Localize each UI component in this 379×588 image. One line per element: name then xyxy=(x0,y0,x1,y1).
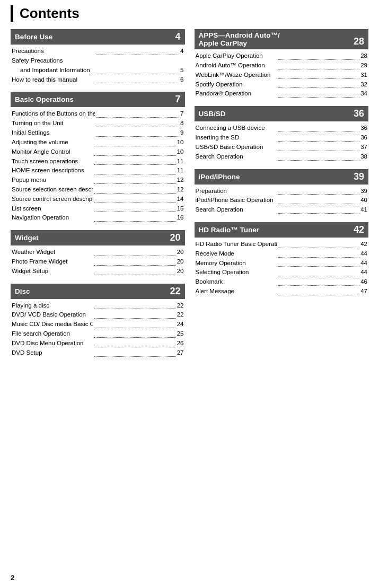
toc-entry: Photo Frame Widget 20 xyxy=(11,257,185,267)
entry-text: Precautions xyxy=(12,47,95,56)
two-column-layout: Before Use 4 Precautions 4 Safety Precau… xyxy=(11,29,368,365)
section-header-widget: Widget 20 xyxy=(11,230,185,245)
section-num-apps: 28 xyxy=(354,36,364,47)
dots xyxy=(278,204,359,204)
toc-entry: Playing a disc 22 xyxy=(11,301,185,311)
entry-text: Receive Mode xyxy=(196,249,277,259)
entry-text: Popup menu xyxy=(12,175,93,185)
entry-text: Search Operation xyxy=(196,205,277,215)
dots xyxy=(96,117,179,118)
toc-entry: Precautions 4 xyxy=(11,47,185,56)
section-header-hd-radio: HD Radio™ Tuner 42 xyxy=(195,222,369,238)
entry-text: Pandora® Operation xyxy=(196,89,277,99)
dots xyxy=(94,164,176,165)
section-num-basic-ops: 7 xyxy=(175,94,180,105)
dots xyxy=(96,127,179,127)
page-number: 2 xyxy=(11,574,14,582)
toc-entry: Selecting Operation 44 xyxy=(195,268,369,277)
entry-text: Selecting Operation xyxy=(196,268,277,277)
dots xyxy=(94,146,176,146)
entry-text: Search Operation xyxy=(196,152,277,162)
page-ref: 32 xyxy=(360,80,367,90)
dots xyxy=(278,59,359,60)
entry-text: Adjusting the volume xyxy=(12,138,93,147)
dots xyxy=(94,275,176,275)
page-ref: 26 xyxy=(177,339,184,348)
page-ref: 29 xyxy=(360,61,367,71)
entry-text: Inserting the SD xyxy=(196,133,277,143)
entry-text: List screen xyxy=(12,204,93,214)
page-ref: 31 xyxy=(360,71,367,80)
right-column: APPS—Android Auto™/Apple CarPlay 28 Appl… xyxy=(195,29,369,365)
toc-entry: List screen 15 xyxy=(11,204,185,214)
toc-entry: Memory Operation 44 xyxy=(195,259,369,268)
entry-text: Preparation xyxy=(196,187,277,196)
entry-text: DVD Setup xyxy=(12,348,93,358)
dots xyxy=(94,155,176,156)
section-label-before-use: Before Use xyxy=(15,33,52,41)
section-header-before-use: Before Use 4 xyxy=(11,29,185,45)
page-ref: 16 xyxy=(177,213,184,223)
entry-text: Alert Message xyxy=(196,287,277,296)
page-ref: 20 xyxy=(177,267,184,276)
dots xyxy=(278,131,359,132)
toc-entry: Monitor Angle Control 10 xyxy=(11,147,185,157)
toc-entry: Adjusting the volume 10 xyxy=(11,138,185,147)
entry-text: Memory Operation xyxy=(196,259,277,268)
entry-text: Turning on the Unit xyxy=(12,119,95,128)
toc-entry: Search Operation 41 xyxy=(195,205,369,215)
toc-entry: DVD Disc Menu Operation 26 xyxy=(11,339,185,348)
dots xyxy=(94,256,176,256)
page-ref: 24 xyxy=(177,320,184,329)
entry-text: Music CD/ Disc media Basic Operation xyxy=(12,320,93,329)
toc-entry: Source selection screen description 12 xyxy=(11,185,185,195)
entry-text: Initial Settings xyxy=(12,128,95,138)
dots xyxy=(278,87,359,88)
page-ref: 42 xyxy=(360,240,367,249)
entry-text: File search Operation xyxy=(12,329,93,339)
dots xyxy=(94,221,176,222)
page-ref: 46 xyxy=(360,277,367,287)
section-header-ipod: iPod/iPhone 39 xyxy=(195,169,369,185)
dots xyxy=(94,183,176,184)
page-ref: 12 xyxy=(177,185,184,195)
dots xyxy=(94,309,176,309)
page-ref: 22 xyxy=(177,310,184,320)
entry-text-line2: and Important Information xyxy=(12,66,90,75)
toc-entry: DVD/ VCD Basic Operation 22 xyxy=(11,310,185,320)
dots xyxy=(94,193,176,194)
dots xyxy=(94,318,176,319)
dots xyxy=(278,276,359,276)
page-ref: 44 xyxy=(360,259,367,268)
entry-text: Photo Frame Widget xyxy=(12,257,93,267)
toc-entry: Spotify Operation 32 xyxy=(195,80,369,90)
dots xyxy=(94,356,176,357)
toc-entry: Connecting a USB device 36 xyxy=(195,124,369,133)
entry-text: Weather Widget xyxy=(12,248,93,257)
toc-entry: HOME screen descriptions 11 xyxy=(11,166,185,175)
toc-entry: USB/SD Basic Operation 37 xyxy=(195,143,369,152)
page-ref: 44 xyxy=(360,268,367,277)
page-ref: 36 xyxy=(360,124,367,133)
page-ref: 36 xyxy=(360,133,367,143)
entry-text: Spotify Operation xyxy=(196,80,277,90)
page-ref: 34 xyxy=(360,89,367,99)
entry-text: USB/SD Basic Operation xyxy=(196,143,277,152)
dots xyxy=(278,97,359,98)
dots xyxy=(278,160,359,161)
entry-text: HOME screen descriptions xyxy=(12,166,93,175)
toc-entry: Search Operation 38 xyxy=(195,152,369,162)
dots xyxy=(94,265,176,266)
page-ref: 11 xyxy=(177,157,184,166)
section-ipod: iPod/iPhone 39 Preparation 39 iPod/iPhon… xyxy=(195,169,369,215)
entry-text: WebLink™/Waze Operation xyxy=(196,71,277,80)
section-label-usbsd: USB/SD xyxy=(199,110,226,118)
toc-entry: Navigation Operation 16 xyxy=(11,213,185,223)
page-ref: 37 xyxy=(360,143,367,152)
toc-entry: Bookmark 46 xyxy=(195,277,369,287)
toc-entry: Touch screen operations 11 xyxy=(11,157,185,166)
page-ref: 6 xyxy=(180,75,183,85)
toc-entry: Android Auto™ Operation 29 xyxy=(195,61,369,71)
left-column: Before Use 4 Precautions 4 Safety Precau… xyxy=(11,29,185,365)
dots xyxy=(96,136,179,137)
